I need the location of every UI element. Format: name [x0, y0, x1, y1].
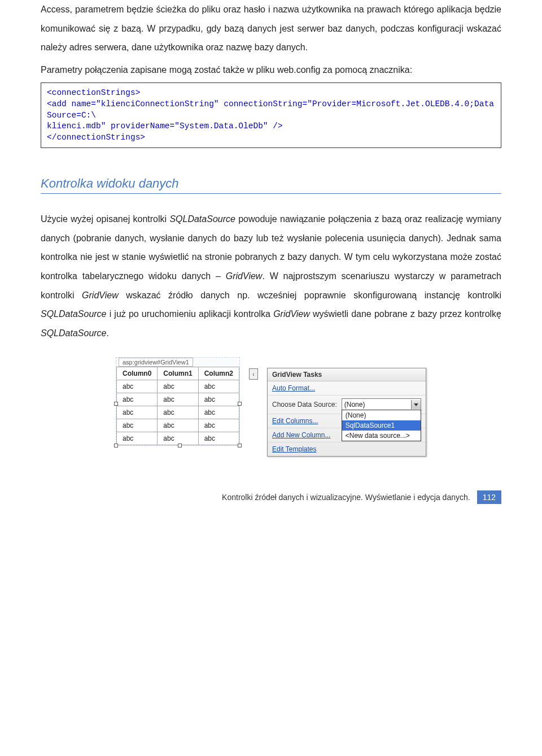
table-cell: abc: [116, 380, 157, 393]
table-cell: abc: [198, 406, 239, 419]
footer-text: Kontrolki źródeł danych i wizualizacyjne…: [222, 493, 470, 502]
table-cell: abc: [158, 419, 198, 432]
gridview-header: Column1: [158, 367, 198, 380]
table-cell: abc: [116, 432, 157, 445]
table-row: abcabcabc: [116, 380, 239, 393]
table-cell: abc: [158, 380, 198, 393]
data-source-dropdown[interactable]: (None) (None)SqlDataSource1<New data sou…: [342, 398, 421, 411]
table-row: abcabcabc: [116, 393, 239, 406]
page-footer: Kontrolki źródeł danych i wizualizacyjne…: [41, 490, 501, 504]
dropdown-selected-value: (None): [344, 401, 365, 409]
code-block-connection-strings: <connectionStrings> <add name="klienciCo…: [41, 82, 501, 148]
dropdown-option[interactable]: <New data source...>: [342, 431, 421, 441]
gridview-table: Column0 Column1 Column2 abcabcabcabcabca…: [116, 367, 239, 445]
paragraph-2: Parametry połączenia zapisane mogą zosta…: [41, 60, 501, 80]
table-cell: abc: [116, 406, 157, 419]
paragraph-1: Access, parametrem będzie ścieżka do pli…: [41, 0, 501, 57]
table-cell: abc: [198, 393, 239, 406]
gridview-designer[interactable]: asp:gridview#GridView1 Column0 Column1 C…: [116, 357, 240, 446]
table-row: abcabcabc: [116, 419, 239, 432]
chevron-down-icon: [414, 403, 418, 406]
gridview-tasks-panel: GridView Tasks Auto Format... Choose Dat…: [267, 368, 426, 457]
table-row: abcabcabc: [116, 406, 239, 419]
chevron-left-icon: ‹: [252, 371, 254, 377]
gridview-header: Column0: [116, 367, 157, 380]
dropdown-option[interactable]: SqlDataSource1: [342, 420, 421, 431]
dropdown-option[interactable]: (None): [342, 410, 421, 420]
paragraph-3: Użycie wyżej opisanej kontrolki SQLDataS…: [41, 210, 501, 342]
edit-templates-link[interactable]: Edit Templates: [268, 442, 426, 456]
table-cell: abc: [116, 393, 157, 406]
dropdown-button[interactable]: [411, 400, 421, 409]
dropdown-list[interactable]: (None)SqlDataSource1<New data source...>: [342, 410, 421, 441]
gridview-tag-label: asp:gridview#GridView1: [119, 358, 193, 367]
panel-title: GridView Tasks: [268, 368, 426, 381]
auto-format-link[interactable]: Auto Format...: [268, 381, 426, 396]
table-cell: abc: [158, 406, 198, 419]
table-cell: abc: [198, 419, 239, 432]
smart-tag-toggle-button[interactable]: ‹: [249, 368, 258, 380]
section-heading: Kontrolka widoku danych: [41, 176, 501, 194]
page-number: 112: [477, 490, 501, 504]
gridview-header: Column2: [198, 367, 239, 380]
table-cell: abc: [116, 419, 157, 432]
table-cell: abc: [198, 432, 239, 445]
table-cell: abc: [198, 380, 239, 393]
table-cell: abc: [158, 393, 198, 406]
choose-data-source-label: Choose Data Source:: [272, 401, 337, 409]
